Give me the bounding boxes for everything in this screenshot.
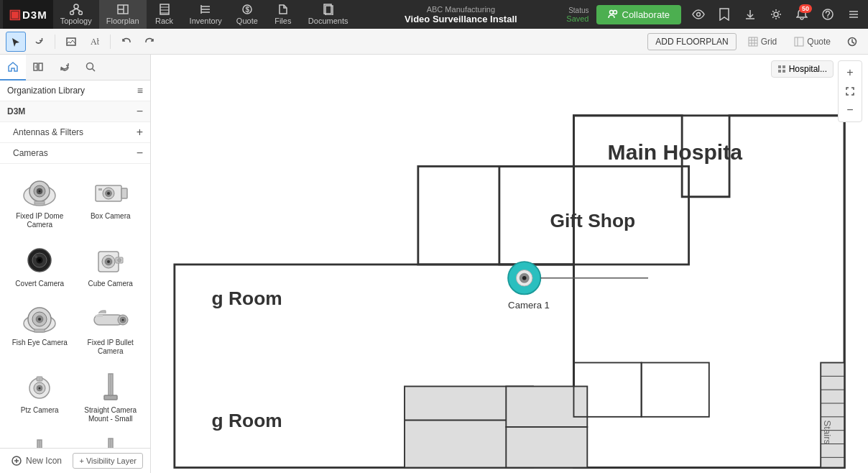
zoom-fit-button[interactable] bbox=[841, 83, 859, 100]
visibility-layer-label: + Visibility Layer bbox=[79, 456, 137, 465]
sidebar-content: Organization Library ≡ D3M − Antennas & … bbox=[0, 81, 150, 448]
nav-documents[interactable]: Documents bbox=[301, 0, 356, 29]
camera-item-box[interactable]: Box Camera bbox=[77, 170, 145, 234]
grid-view-button[interactable]: Grid bbox=[742, 34, 783, 50]
hamburger-icon-button[interactable] bbox=[842, 3, 865, 26]
redo-button[interactable] bbox=[139, 32, 160, 52]
camera-item-fixed-ip-dome[interactable]: Fixed IP Dome Camera bbox=[6, 170, 74, 234]
camera-item-fixed-ip-bullet[interactable]: Fixed IP Bullet Camera bbox=[77, 296, 145, 361]
location-badge[interactable]: Hospital... bbox=[771, 60, 834, 78]
text-tool-button[interactable]: Abc bbox=[84, 32, 104, 52]
app-logo[interactable]: ▣ D3M bbox=[3, 0, 53, 29]
logo-text: D3M bbox=[22, 9, 47, 21]
svg-rect-56 bbox=[98, 188, 102, 190]
nav-quote[interactable]: $ Quote bbox=[229, 0, 265, 29]
svg-rect-32 bbox=[749, 37, 757, 46]
camera-item-straight-mount-medium[interactable]: Straight Camera Mount - Medium bbox=[6, 431, 74, 448]
collaborate-button[interactable]: Collaborate bbox=[596, 5, 682, 24]
add-floorplan-button[interactable]: ADD FLOORPLAN bbox=[647, 33, 736, 50]
svg-rect-37 bbox=[795, 37, 803, 46]
hamburger-icon bbox=[848, 9, 859, 20]
rotate-tool-button[interactable] bbox=[29, 32, 49, 52]
camera-item-cube[interactable]: Cube Camera bbox=[77, 237, 145, 293]
svg-rect-120 bbox=[506, 386, 587, 427]
fit-icon bbox=[845, 86, 855, 96]
antennas-expand-button[interactable]: + bbox=[137, 126, 143, 139]
svg-point-67 bbox=[117, 259, 121, 262]
camera-item-straight-mount-small[interactable]: Straight Camera Mount - Small bbox=[77, 364, 145, 428]
camera-item-fish-eye[interactable]: Fish Eye Camera bbox=[6, 296, 74, 361]
drawing-toolbar: Abc ADD FLOORPLAN Grid bbox=[0, 29, 868, 55]
canvas-area[interactable]: + − Hospital... bbox=[151, 55, 868, 473]
svg-point-26 bbox=[827, 17, 828, 18]
camera-item-covert[interactable]: Covert Camera bbox=[6, 237, 74, 293]
nav-rack[interactable]: Rack bbox=[147, 0, 183, 29]
refresh-icon bbox=[59, 61, 70, 73]
search-icon bbox=[85, 61, 96, 73]
nav-topology[interactable]: Topology bbox=[53, 0, 99, 29]
nav-inventory[interactable]: Inventory bbox=[183, 0, 229, 29]
bookmark-icon-button[interactable] bbox=[713, 3, 736, 26]
svg-line-3 bbox=[72, 9, 76, 12]
image-icon bbox=[66, 37, 76, 47]
bookmark-icon bbox=[719, 8, 730, 21]
settings-icon-button[interactable] bbox=[765, 3, 788, 26]
sidebar-search-button[interactable] bbox=[78, 55, 103, 81]
camera-label-straight-mount-small: Straight Camera Mount - Small bbox=[80, 406, 142, 423]
zoom-out-button[interactable]: − bbox=[841, 101, 859, 119]
quote-view-button[interactable]: Quote bbox=[788, 34, 836, 50]
svg-rect-41 bbox=[39, 63, 42, 70]
cameras-section-header[interactable]: Cameras − bbox=[0, 143, 150, 164]
camera-icon-straight-mount-small bbox=[89, 369, 132, 405]
project-info: ABC Manufacturing Video Surveillance Ins… bbox=[355, 5, 566, 24]
antennas-section-header[interactable]: Antennas & Filters + bbox=[0, 122, 150, 143]
camera-icon-fixed-ip-bullet bbox=[89, 301, 132, 337]
gear-icon bbox=[770, 9, 782, 20]
topology-icon bbox=[70, 4, 83, 15]
floorplan-canvas[interactable]: Gift Shop Main Hospita g Room g Room Sta… bbox=[151, 55, 868, 473]
camera-label-fixed-ip-bullet: Fixed IP Bullet Camera bbox=[80, 339, 142, 356]
select-tool-button[interactable] bbox=[6, 32, 26, 52]
d3m-section-header[interactable]: D3M − bbox=[0, 101, 150, 122]
eye-icon-button[interactable] bbox=[687, 3, 710, 26]
sidebar-library-button[interactable] bbox=[26, 55, 52, 81]
sidebar-refresh-button[interactable] bbox=[52, 55, 78, 81]
status-label: Status bbox=[568, 6, 588, 14]
sidebar-home-button[interactable] bbox=[0, 55, 26, 81]
svg-point-82 bbox=[39, 387, 41, 390]
nav-files[interactable]: Files bbox=[265, 0, 301, 29]
help-icon-button[interactable] bbox=[816, 3, 839, 26]
camera-item-straight-mount-large[interactable]: Straight Camera Mount - Large bbox=[77, 431, 145, 448]
notification-icon-button[interactable]: 50 bbox=[790, 3, 813, 26]
files-icon bbox=[277, 4, 289, 15]
history-button[interactable] bbox=[842, 32, 862, 52]
camera-label-covert: Covert Camera bbox=[15, 280, 64, 288]
camera-item-ptz[interactable]: Ptz Camera bbox=[6, 364, 74, 428]
eye-icon bbox=[692, 8, 705, 21]
new-icon-label: New Icon bbox=[26, 456, 62, 466]
visibility-layer-button[interactable]: + Visibility Layer bbox=[73, 453, 143, 469]
library-icon bbox=[33, 61, 45, 73]
camera-icon-covert bbox=[18, 242, 61, 278]
nav-icon-group: 50 bbox=[687, 3, 865, 26]
download-icon-button[interactable] bbox=[739, 3, 762, 26]
camera-label-cube: Cube Camera bbox=[88, 280, 133, 288]
org-library-options-button[interactable]: ≡ bbox=[137, 85, 143, 96]
svg-text:Gift Shop: Gift Shop bbox=[550, 210, 636, 231]
svg-point-55 bbox=[107, 192, 110, 195]
cameras-collapse-button[interactable]: − bbox=[137, 147, 143, 160]
new-icon-button[interactable]: New Icon bbox=[7, 453, 66, 469]
image-tool-button[interactable] bbox=[61, 32, 81, 52]
nav-floorplan[interactable]: Floorplan bbox=[99, 0, 147, 29]
undo-button[interactable] bbox=[116, 32, 137, 52]
svg-point-1 bbox=[70, 12, 73, 15]
svg-point-60 bbox=[38, 259, 41, 262]
sidebar: Organization Library ≡ D3M − Antennas & … bbox=[0, 55, 151, 473]
main-layout: Organization Library ≡ D3M − Antennas & … bbox=[0, 55, 868, 473]
documents-icon bbox=[323, 4, 334, 15]
svg-rect-73 bbox=[34, 329, 45, 332]
zoom-in-button[interactable]: + bbox=[841, 64, 859, 81]
redo-icon bbox=[144, 37, 154, 47]
quote-icon: $ bbox=[241, 4, 254, 15]
d3m-collapse-button[interactable]: − bbox=[137, 105, 143, 118]
